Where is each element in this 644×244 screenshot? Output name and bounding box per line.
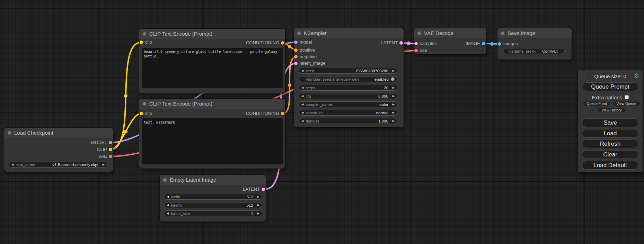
output-slot-conditioning[interactable]: CONDITIONING [246, 40, 285, 46]
output-slot-model[interactable]: MODEL [91, 139, 113, 146]
increment-arrow-icon[interactable]: ▶ [392, 69, 395, 72]
node-header[interactable]: VAE Decode [414, 28, 486, 38]
decrement-arrow-icon[interactable]: ◀ [301, 119, 303, 123]
node-collapse-icon[interactable] [297, 31, 301, 35]
view-history-button[interactable]: View History [597, 108, 626, 113]
increment-arrow-icon[interactable]: ▶ [257, 204, 259, 207]
negative-prompt-textarea[interactable]: text, watermark [142, 118, 283, 164]
node-collapse-icon[interactable] [143, 32, 146, 36]
decrement-arrow-icon[interactable]: ◀ [301, 94, 303, 98]
image-port-icon[interactable] [482, 42, 485, 45]
conditioning-port-icon[interactable] [281, 112, 284, 115]
output-slot-clip[interactable]: CLIP [97, 146, 113, 153]
output-slot-image[interactable]: IMAGE [466, 40, 486, 47]
node-collapse-icon[interactable] [501, 31, 504, 35]
increment-arrow-icon[interactable]: ▶ [392, 86, 395, 89]
decrement-arrow-icon[interactable]: ◀ [301, 111, 303, 114]
queue-front-button[interactable]: Queue Front [583, 101, 611, 106]
decrement-arrow-icon[interactable]: ◀ [167, 195, 169, 198]
increment-arrow-icon[interactable]: ▶ [257, 195, 259, 198]
decrement-arrow-icon[interactable]: ◀ [11, 163, 14, 166]
image-port-icon[interactable] [498, 42, 501, 46]
node-header[interactable]: Empty Latent Image [160, 175, 266, 185]
node-header[interactable]: KSampler [294, 28, 404, 38]
settings-gear-icon[interactable]: ⚙ [634, 72, 639, 80]
cfg-widget[interactable]: ◀ cfg 8.000 ▶ [299, 93, 397, 99]
output-slot-conditioning[interactable]: CONDITIONING [246, 110, 285, 117]
positive-prompt-textarea[interactable]: beautiful scenery nature glass bottle la… [142, 48, 283, 88]
output-slot-vae[interactable]: VAE [98, 153, 113, 160]
model-port-icon[interactable] [294, 40, 298, 44]
latent-port-icon[interactable] [294, 62, 298, 65]
width-widget[interactable]: ◀ width 512 ▶ [164, 194, 262, 200]
node-collapse-icon[interactable] [143, 102, 146, 106]
node-clip-text-encode-negative[interactable]: CLIP Text Encode (Prompt) clip CONDITION… [139, 99, 285, 169]
input-slot-samples[interactable]: samples [414, 40, 436, 47]
scheduler-widget[interactable]: ◀ scheduler normal ▶ [299, 110, 397, 116]
latent-port-icon[interactable] [414, 42, 418, 45]
node-load-checkpoint[interactable]: Load Checkpoint MODEL CLIP VAE ◀ ckpt_na… [4, 128, 113, 172]
conditioning-port-icon[interactable] [294, 48, 298, 52]
clip-port-icon[interactable] [140, 40, 143, 44]
input-slot-positive[interactable]: positive [294, 47, 315, 53]
vae-port-icon[interactable] [109, 155, 112, 158]
increment-arrow-icon[interactable]: ▶ [392, 111, 395, 114]
seed-widget[interactable]: ◀ seed 156680208700286 ▶ [299, 68, 397, 74]
node-save-image[interactable]: Save Image images filename_prefix ComfyU… [497, 28, 572, 60]
node-ksampler[interactable]: KSampler model positive negative latent_… [294, 28, 404, 127]
node-vae-decode[interactable]: VAE Decode samples vae IMAGE [414, 28, 486, 54]
model-port-icon[interactable] [109, 141, 112, 144]
extra-options-checkbox[interactable] [625, 95, 629, 99]
sampler-name-widget[interactable]: ◀ sampler_name euler ▶ [299, 101, 397, 107]
increment-arrow-icon[interactable]: ▶ [392, 119, 395, 123]
view-queue-button[interactable]: View Queue [612, 101, 641, 106]
clip-port-icon[interactable] [140, 112, 143, 115]
height-widget[interactable]: ◀ height 512 ▶ [164, 202, 262, 208]
node-empty-latent-image[interactable]: Empty Latent Image LATENT ◀ width 512 ▶ … [160, 175, 266, 222]
decrement-arrow-icon[interactable]: ◀ [167, 204, 169, 207]
input-slot-images[interactable]: images [497, 41, 518, 47]
node-collapse-icon[interactable] [163, 178, 167, 182]
node-header[interactable]: CLIP Text Encode (Prompt) [139, 29, 285, 39]
conditioning-port-icon[interactable] [294, 55, 298, 58]
conditioning-port-icon[interactable] [281, 41, 284, 45]
input-slot-negative[interactable]: negative [294, 54, 317, 60]
node-collapse-icon[interactable] [417, 31, 421, 35]
load-button[interactable]: Load [582, 129, 638, 138]
increment-arrow-icon[interactable]: ▶ [392, 94, 395, 98]
clear-button[interactable]: Clear [582, 150, 638, 159]
increment-arrow-icon[interactable]: ▶ [103, 163, 105, 166]
node-header[interactable]: CLIP Text Encode (Prompt) [139, 99, 285, 109]
node-clip-text-encode-positive[interactable]: CLIP Text Encode (Prompt) clip CONDITION… [139, 29, 285, 93]
refresh-button[interactable]: Refresh [582, 139, 638, 148]
filename-prefix-widget[interactable]: filename_prefix ComfyUI [503, 48, 565, 54]
input-slot-clip[interactable]: clip [139, 110, 152, 117]
increment-arrow-icon[interactable]: ▶ [257, 212, 259, 215]
load-default-button[interactable]: Load Default [582, 161, 638, 170]
input-slot-clip[interactable]: clip [139, 39, 152, 45]
decrement-arrow-icon[interactable]: ◀ [301, 103, 303, 106]
vae-port-icon[interactable] [414, 49, 418, 52]
input-slot-vae[interactable]: vae [414, 47, 427, 54]
queue-prompt-button[interactable]: Queue Prompt [582, 82, 638, 91]
clip-port-icon[interactable] [109, 148, 112, 151]
random-seed-widget[interactable]: Random seed after every gen enabled [299, 76, 397, 82]
output-slot-latent[interactable]: LATENT [381, 40, 404, 46]
node-collapse-icon[interactable] [8, 131, 11, 135]
decrement-arrow-icon[interactable]: ◀ [301, 86, 303, 89]
ckpt-name-widget[interactable]: ◀ ckpt_name v1-5-pruned-emaonly.ckpt ▶ [9, 162, 107, 168]
steps-widget[interactable]: ◀ steps 20 ▶ [299, 85, 397, 91]
batch-size-widget[interactable]: ◀ batch_size 1 ▶ [164, 210, 262, 216]
denoise-widget[interactable]: ◀ denoise 1.000 ▶ [299, 118, 397, 124]
node-header[interactable]: Load Checkpoint [4, 128, 113, 138]
node-header[interactable]: Save Image [497, 28, 572, 38]
save-button[interactable]: Save [582, 118, 638, 127]
decrement-arrow-icon[interactable]: ◀ [301, 69, 303, 72]
latent-port-icon[interactable] [399, 41, 403, 45]
decrement-arrow-icon[interactable]: ◀ [167, 212, 169, 215]
input-slot-model[interactable]: model [294, 39, 312, 45]
input-slot-latent-image[interactable]: latent_image [294, 60, 325, 66]
output-slot-latent[interactable]: LATENT [243, 186, 266, 192]
increment-arrow-icon[interactable]: ▶ [392, 103, 395, 106]
latent-port-icon[interactable] [262, 188, 265, 191]
